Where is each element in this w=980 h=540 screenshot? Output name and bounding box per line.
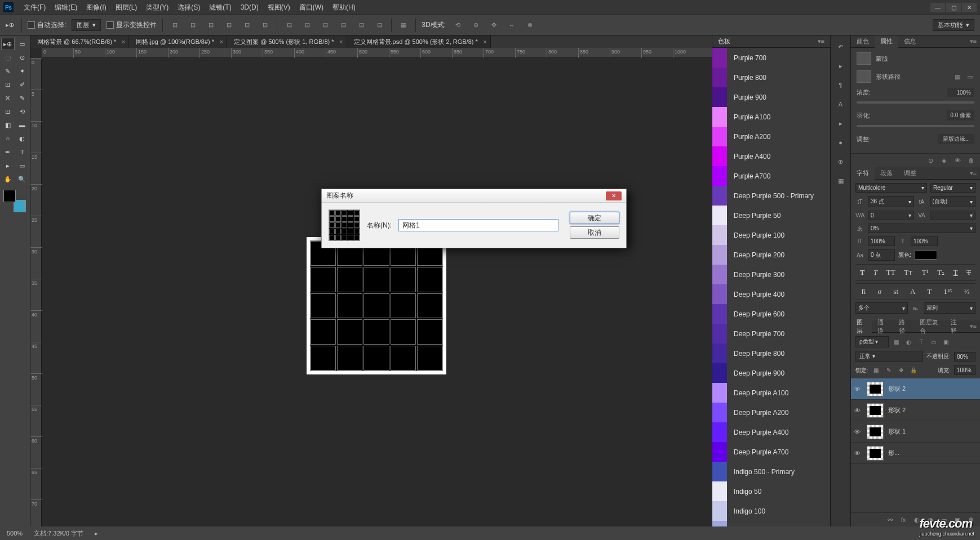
stamp-tool[interactable]: ⊡ xyxy=(1,105,15,118)
filter-smart-icon[interactable]: ▣ xyxy=(942,337,951,346)
show-transform-checkbox[interactable]: 显示变换控件 xyxy=(107,20,157,30)
swatch-row[interactable]: Indigo 50 xyxy=(712,481,830,501)
ligature-button[interactable]: fi xyxy=(859,286,868,297)
history-brush-tool[interactable]: ⟲ xyxy=(16,105,29,118)
3d-orbit-icon[interactable]: ⟲ xyxy=(451,19,464,32)
swatch-row[interactable]: Deep Purple A200 xyxy=(712,403,830,422)
italic-button[interactable]: T xyxy=(871,267,880,278)
move-tool[interactable]: ▸⊕ xyxy=(1,38,15,50)
clone-source-icon[interactable]: ⊕ xyxy=(835,156,846,167)
layer-fx-icon[interactable]: fx xyxy=(899,515,908,524)
layer-thumbnail[interactable] xyxy=(867,403,884,418)
filter-adjust-icon[interactable]: ◐ xyxy=(904,337,914,346)
tab-close-icon[interactable]: × xyxy=(220,38,223,45)
swatch-row[interactable]: Purple A400 xyxy=(712,146,830,166)
swatch-row[interactable]: Deep Purple 50 xyxy=(712,206,830,225)
tab-color[interactable]: 颜色 xyxy=(851,35,875,48)
density-value[interactable]: 100% xyxy=(947,88,974,97)
3d-slide-icon[interactable]: ↔ xyxy=(505,19,518,32)
align-icon[interactable]: ⊡ xyxy=(241,19,253,32)
maximize-button[interactable]: ▢ xyxy=(946,3,961,12)
gradient-tool[interactable]: ▬ xyxy=(16,119,29,131)
document-tab[interactable]: 网格背景 @ 66.7%(RGB/8) *× xyxy=(30,35,129,48)
brushes-icon[interactable]: ▸ xyxy=(835,118,846,129)
vector-mask-icon[interactable]: ▭ xyxy=(965,72,974,81)
tab-paragraph[interactable]: 段落 xyxy=(875,167,898,180)
tab-character[interactable]: 字符 xyxy=(851,167,875,180)
move-tool-icon[interactable]: ▸⊕ xyxy=(6,20,16,30)
ok-button[interactable]: 确定 xyxy=(570,212,619,224)
eyedropper-tool[interactable]: ✐ xyxy=(16,78,29,91)
menu-item[interactable]: 文件(F) xyxy=(19,2,50,13)
ruler-vertical[interactable]: 0510152025303540455055606570758085 xyxy=(30,58,42,526)
tab-layer-comps[interactable]: 图层复合 xyxy=(914,320,945,333)
close-button[interactable]: ✕ xyxy=(962,3,977,12)
kerning-dropdown[interactable]: 0▾ xyxy=(868,211,914,220)
bold-button[interactable]: T xyxy=(858,267,867,278)
path-select-tool[interactable]: ▸ xyxy=(1,159,15,172)
swatch-row[interactable]: Purple A100 xyxy=(712,107,830,127)
layer-filter-dropdown[interactable]: ρ类型 ▾ xyxy=(855,336,889,347)
layer-visibility-icon[interactable]: 👁 xyxy=(854,429,862,435)
baseline-input[interactable]: 0 点 xyxy=(868,249,895,261)
distribute-icon[interactable]: ⊟ xyxy=(373,19,385,32)
fill-input[interactable]: 100% xyxy=(954,365,975,375)
leading-dropdown[interactable]: (自动)▾ xyxy=(930,196,976,207)
pattern-name-input[interactable] xyxy=(398,219,558,231)
magic-wand-tool[interactable]: ✦ xyxy=(16,65,29,77)
hscale-input[interactable]: 100% xyxy=(911,236,938,246)
lasso-tool[interactable]: ⊙ xyxy=(16,51,29,64)
density-slider[interactable] xyxy=(857,101,974,104)
swatch-row[interactable]: Purple A200 xyxy=(712,127,830,146)
strikethrough-button[interactable]: T xyxy=(964,267,973,278)
hand-tool[interactable]: ✋ xyxy=(1,173,15,185)
subscript-button[interactable]: T₁ xyxy=(935,267,947,278)
feather-value[interactable]: 0.0 像素 xyxy=(947,110,974,121)
swatch-row[interactable]: Deep Purple 200 xyxy=(712,245,830,265)
tab-close-icon[interactable]: × xyxy=(483,38,486,45)
minimize-button[interactable]: — xyxy=(930,3,945,12)
panel-menu-icon[interactable]: ▾≡ xyxy=(818,38,824,45)
swatch-row[interactable]: Deep Purple A700 xyxy=(712,442,830,462)
lock-all-icon[interactable]: 🔒 xyxy=(909,366,918,375)
swatch-row[interactable]: Deep Purple A400 xyxy=(712,422,830,442)
swatch-row[interactable]: Indigo 100 xyxy=(712,501,830,521)
tab-notes[interactable]: 注释 xyxy=(945,320,966,333)
filter-type-icon[interactable]: T xyxy=(917,337,926,346)
filter-pixel-icon[interactable]: ▦ xyxy=(892,337,901,346)
tab-layers[interactable]: 图层 xyxy=(851,320,872,333)
load-selection-icon[interactable]: ⊙ xyxy=(926,156,935,165)
menu-item[interactable]: 类型(Y) xyxy=(141,2,173,13)
tab-close-icon[interactable]: × xyxy=(339,38,343,45)
document-tab[interactable]: 网格.jpg @ 100%(RGB/8#) *× xyxy=(129,35,227,48)
ruler-horizontal[interactable]: 0501001502002503003504004505005506006507… xyxy=(42,48,712,58)
auto-select-checkbox[interactable]: 自动选择: xyxy=(28,20,66,30)
font-size-dropdown[interactable]: 36 点▾ xyxy=(868,196,914,207)
ordinals-button[interactable]: 1ˢᵗ xyxy=(941,286,955,297)
tab-paths[interactable]: 路径 xyxy=(893,320,914,333)
swatch-row[interactable]: Deep Purple 600 xyxy=(712,304,830,324)
mask-edge-button[interactable]: 蒙版边缘... xyxy=(938,134,974,144)
lock-position-icon[interactable]: ✥ xyxy=(897,366,906,375)
shape-path-thumb[interactable] xyxy=(857,70,871,83)
swatch-row[interactable]: Purple 700 xyxy=(712,48,830,68)
pen-tool[interactable]: ✒ xyxy=(1,146,15,158)
vscale-input[interactable]: 100% xyxy=(868,236,895,246)
distribute-icon[interactable]: ⊟ xyxy=(337,19,349,32)
actions-icon[interactable]: ▸ xyxy=(835,60,846,72)
healing-tool[interactable]: ✕ xyxy=(1,92,15,104)
language-dropdown[interactable]: 多个▾ xyxy=(855,302,908,314)
menu-item[interactable]: 视图(V) xyxy=(263,2,295,13)
apply-mask-icon[interactable]: ◈ xyxy=(939,156,948,165)
menu-item[interactable]: 编辑(E) xyxy=(50,2,82,13)
tracking-dropdown[interactable]: ▾ xyxy=(930,211,976,220)
swatch-row[interactable]: Purple 900 xyxy=(712,87,830,107)
marquee-tool[interactable]: ⬚ xyxy=(1,51,15,64)
swatch-row[interactable]: Deep Purple 700 xyxy=(712,324,830,343)
swash-button[interactable]: st xyxy=(891,286,901,297)
swatch-row[interactable]: Purple A700 xyxy=(712,166,830,186)
swatch-row[interactable]: Deep Purple 800 xyxy=(712,343,830,363)
navigator-icon[interactable]: ▦ xyxy=(835,175,846,186)
workspace-dropdown[interactable]: 基本功能▾ xyxy=(933,19,974,31)
panel-menu-icon[interactable]: ▾≡ xyxy=(966,38,980,45)
